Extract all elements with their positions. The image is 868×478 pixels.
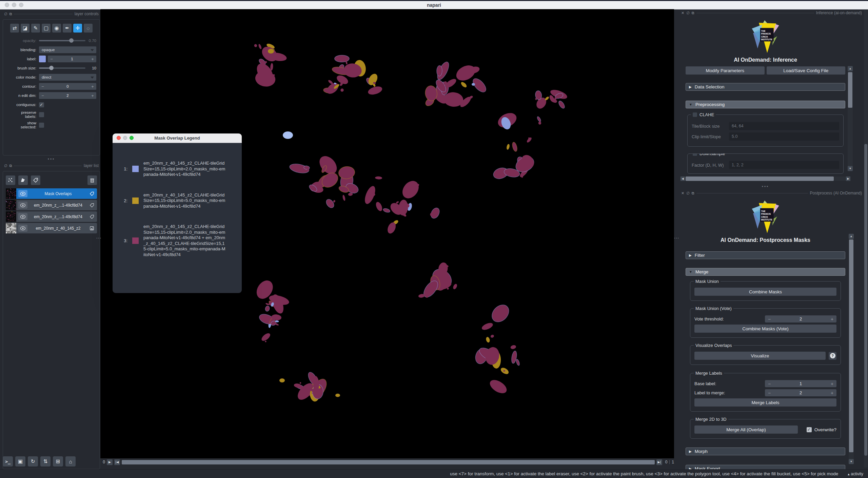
base-label-spinbox[interactable]: 1 bbox=[765, 380, 836, 387]
h-scroll-thumb[interactable] bbox=[686, 176, 834, 181]
decrement-icon[interactable] bbox=[39, 84, 46, 89]
vote-threshold-spinbox[interactable]: 2 bbox=[765, 315, 836, 323]
scroll-up-icon[interactable]: ▲ bbox=[849, 234, 854, 239]
close-window-button[interactable] bbox=[5, 3, 9, 7]
layer-row-mask-overlaps[interactable]: Mask Overlaps bbox=[6, 188, 97, 199]
combine-masks-button[interactable]: Combine Masks bbox=[694, 288, 836, 296]
merge-all-overlap-button[interactable]: Merge All (Overlap) bbox=[694, 425, 798, 434]
decrement-icon[interactable] bbox=[765, 390, 774, 396]
fill-bucket-tool[interactable]: ◉ bbox=[52, 24, 61, 33]
decrement-icon[interactable] bbox=[765, 316, 774, 322]
modify-parameters-button[interactable]: Modify Parameters bbox=[686, 66, 765, 75]
play-button[interactable]: ▶ bbox=[107, 459, 113, 465]
scroll-left-icon[interactable]: ◀ bbox=[680, 176, 685, 181]
float-panel-icon[interactable]: ⧉ bbox=[692, 11, 694, 15]
float-panel-icon[interactable]: ⧉ bbox=[692, 191, 694, 195]
increment-icon[interactable] bbox=[828, 390, 836, 396]
polygon-tool[interactable]: ▢ bbox=[42, 24, 51, 33]
zoom-tool[interactable]: ◌ bbox=[84, 24, 93, 33]
close-panel-icon[interactable]: ✕ bbox=[681, 191, 684, 195]
layer-row-clahe2-masks[interactable]: em_20nm_z_...1-49cf8d74 bbox=[6, 200, 97, 210]
increment-icon[interactable] bbox=[828, 316, 836, 322]
help-button[interactable]: ? bbox=[829, 352, 836, 360]
downsample-checkbox[interactable] bbox=[693, 153, 697, 156]
show-selected-checkbox[interactable] bbox=[39, 123, 44, 128]
clip-limit-input[interactable]: 5.0 bbox=[729, 132, 839, 141]
n-edit-dim-spinbox[interactable]: 2 bbox=[39, 92, 96, 99]
contour-spinbox[interactable]: 0 bbox=[39, 83, 96, 90]
v-scroll-thumb[interactable] bbox=[848, 72, 852, 108]
decrement-icon[interactable] bbox=[48, 57, 55, 62]
color-mode-dropdown[interactable]: direct bbox=[39, 74, 96, 81]
zoom-window-button[interactable] bbox=[130, 136, 134, 140]
combine-masks-vote-button[interactable]: Combine Masks (Vote) bbox=[694, 325, 836, 333]
console-button[interactable]: >_ bbox=[3, 456, 13, 466]
preprocessing-section[interactable]: Preprocessing bbox=[686, 101, 845, 108]
v-scroll-thumb[interactable] bbox=[849, 240, 853, 452]
close-window-button[interactable] bbox=[117, 136, 121, 140]
new-shapes-layer-button[interactable] bbox=[18, 175, 28, 185]
data-selection-section[interactable]: Data Selection bbox=[686, 83, 845, 91]
scroll-up-icon[interactable]: ▲ bbox=[848, 66, 853, 71]
transpose-dimensions-button[interactable]: ⇅ bbox=[40, 456, 51, 466]
home-button[interactable]: ⌂ bbox=[65, 456, 76, 466]
layer-row-clahe5-masks[interactable]: em_20nm_z_...1-49cf8d74 bbox=[6, 211, 97, 222]
decrement-icon[interactable] bbox=[39, 93, 46, 98]
minimize-window-button[interactable] bbox=[123, 136, 127, 140]
hide-panel-icon[interactable]: ∅ bbox=[686, 11, 690, 15]
increment-icon[interactable] bbox=[89, 57, 96, 62]
grid-view-button[interactable]: ⊞ bbox=[53, 456, 63, 466]
float-panel-icon[interactable]: ⧉ bbox=[9, 164, 12, 168]
dim-slider-track[interactable] bbox=[122, 460, 655, 464]
delete-layer-button[interactable] bbox=[87, 175, 97, 185]
outer-scrollbar[interactable] bbox=[864, 10, 868, 467]
mask-overlap-legend-window[interactable]: Mask Overlap Legend 1: em_20nm_z_40_145_… bbox=[113, 133, 242, 293]
load-save-config-button[interactable]: Load/Save Config File bbox=[767, 66, 846, 75]
label-color-swatch[interactable] bbox=[39, 56, 46, 62]
tile-block-size-input[interactable]: 64, 64 bbox=[729, 122, 839, 130]
layer-visibility-toggle[interactable] bbox=[18, 202, 27, 209]
legend-titlebar[interactable]: Mask Overlap Legend bbox=[113, 133, 242, 143]
increment-icon[interactable] bbox=[828, 381, 836, 387]
merge-section[interactable]: Merge bbox=[686, 268, 845, 276]
zoom-window-button[interactable] bbox=[19, 3, 23, 7]
morph-section[interactable]: Morph bbox=[686, 448, 845, 455]
new-points-layer-button[interactable] bbox=[6, 175, 15, 185]
brush-size-slider[interactable] bbox=[39, 67, 85, 69]
eraser-tool[interactable]: ◪ bbox=[21, 24, 29, 33]
color-picker-tool[interactable]: ✒ bbox=[63, 24, 72, 33]
left-splitter-handle[interactable]: ⋮ bbox=[98, 235, 100, 241]
hide-panel-icon[interactable]: ∅ bbox=[4, 164, 7, 168]
blending-dropdown[interactable]: opaque bbox=[39, 46, 96, 53]
new-labels-layer-button[interactable] bbox=[31, 175, 40, 185]
step-back-button[interactable]: |◀ bbox=[114, 459, 120, 465]
factor-input[interactable]: 1, 2, 2 bbox=[729, 161, 839, 169]
decrement-icon[interactable] bbox=[765, 381, 774, 387]
contiguous-checkbox[interactable] bbox=[39, 102, 44, 107]
dock-splitter-handle[interactable]: ••• bbox=[680, 184, 851, 189]
layer-row-em-image[interactable]: em_20nm_z_40_145_z2 bbox=[6, 223, 97, 233]
toggle-ndisplay-button[interactable]: ▣ bbox=[15, 456, 25, 466]
hide-panel-icon[interactable]: ∅ bbox=[686, 191, 690, 195]
right-splitter-handle[interactable]: ⋮ bbox=[675, 235, 677, 241]
pan-zoom-tool[interactable]: ✛ bbox=[73, 24, 82, 33]
close-panel-icon[interactable]: ✕ bbox=[681, 11, 684, 15]
activity-toggle[interactable]: ▲ activity bbox=[847, 472, 863, 476]
paintbrush-tool[interactable]: ✎ bbox=[31, 24, 40, 33]
layer-visibility-toggle[interactable] bbox=[18, 225, 27, 232]
opacity-slider[interactable] bbox=[39, 40, 85, 41]
scroll-down-icon[interactable]: ▼ bbox=[849, 459, 854, 464]
dock-splitter-handle[interactable]: ••• bbox=[3, 157, 100, 162]
step-forward-button[interactable]: ▶| bbox=[656, 459, 662, 465]
clahe-checkbox[interactable] bbox=[693, 112, 697, 117]
increment-icon[interactable] bbox=[89, 93, 96, 98]
float-panel-icon[interactable]: ⧉ bbox=[9, 12, 12, 16]
layer-visibility-toggle[interactable] bbox=[18, 213, 27, 220]
scroll-right-icon[interactable]: ▶ bbox=[846, 176, 850, 181]
roll-dimensions-button[interactable]: ↻ bbox=[28, 456, 38, 466]
visualize-button[interactable]: Visualize bbox=[694, 352, 826, 360]
merge-labels-button[interactable]: Merge Labels bbox=[694, 398, 836, 407]
overwrite-checkbox[interactable] bbox=[807, 427, 812, 432]
filter-section[interactable]: Filter bbox=[686, 251, 845, 259]
increment-icon[interactable] bbox=[89, 84, 96, 89]
